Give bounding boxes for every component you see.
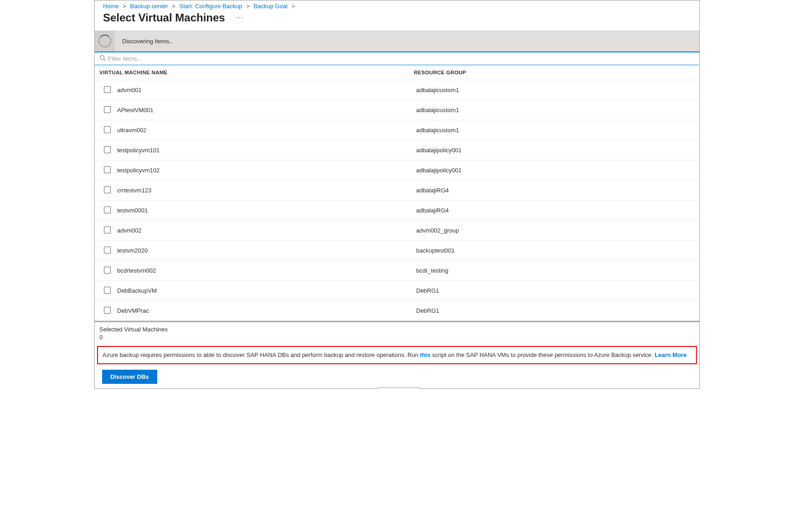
table-row[interactable]: advm001adbalajicustom1	[95, 80, 699, 100]
resource-group-cell: bcdr_testing	[416, 267, 699, 274]
notice-text-middle: script on the SAP HANA VMs to provide th…	[430, 351, 655, 358]
resource-group-cell: DebRG1	[416, 287, 699, 294]
row-checkbox[interactable]	[104, 106, 111, 114]
chevron-right-icon: >	[172, 3, 175, 10]
vm-name-cell: ultravm002	[117, 127, 416, 134]
filter-row	[95, 52, 699, 65]
breadcrumb-backup-goal[interactable]: Backup Goal	[253, 3, 287, 10]
more-icon[interactable]: ···	[236, 14, 243, 22]
row-checkbox[interactable]	[104, 146, 111, 155]
breadcrumb-home[interactable]: Home	[103, 3, 119, 10]
table-row[interactable]: testpolicyvm101adbalajipolicy001	[95, 140, 699, 160]
table-row[interactable]: testvm0001adbalajiRG4	[95, 201, 699, 221]
table-row[interactable]: testvm2020backuptest001	[95, 241, 699, 261]
resource-group-cell: backuptest001	[416, 247, 699, 254]
svg-point-0	[100, 56, 104, 60]
resource-group-cell: adbalajipolicy001	[416, 167, 699, 174]
resource-group-cell: adbalajicustom1	[416, 107, 699, 114]
resource-group-cell: adbalajiRG4	[416, 207, 699, 214]
vm-name-cell: testvm2020	[117, 247, 416, 254]
row-checkbox[interactable]	[104, 126, 111, 134]
table-row[interactable]: bcdrtestvm002bcdr_testing	[95, 261, 699, 281]
vm-name-cell: DebVMPrac	[117, 307, 416, 314]
status-text: Discovering Items..	[122, 38, 173, 45]
table-row[interactable]: DebBackupVMDebRG1	[95, 281, 699, 301]
vm-name-cell: DebBackupVM	[117, 287, 416, 294]
status-bar: Discovering Items..	[95, 31, 699, 52]
breadcrumb-configure-backup[interactable]: Start: Configure Backup	[179, 3, 242, 10]
chevron-right-icon: >	[246, 3, 250, 10]
resource-group-cell: adbalajiRG4	[416, 187, 699, 194]
breadcrumb-backup-center[interactable]: Backup center	[130, 3, 168, 10]
table-row[interactable]: ultravm002adbalajicustom1	[95, 120, 699, 140]
search-icon	[99, 55, 106, 62]
row-checkbox[interactable]	[104, 267, 111, 275]
table-row[interactable]: APtestVM001adbalajicustom1	[95, 100, 699, 120]
column-header-resource-group[interactable]: RESOURCE GROUP	[414, 70, 695, 75]
learn-more-link[interactable]: Learn More	[655, 351, 686, 358]
vm-name-cell: advm002	[117, 227, 416, 234]
permissions-notice: Azure backup requires permissions to abl…	[97, 346, 697, 364]
row-checkbox[interactable]	[104, 307, 111, 315]
filter-items-input[interactable]	[108, 55, 695, 62]
page-title: Select Virtual Machines	[103, 11, 225, 24]
vm-name-cell: testpolicyvm102	[117, 167, 416, 174]
vm-name-cell: testpolicyvm101	[117, 147, 416, 154]
chevron-right-icon: >	[291, 3, 295, 10]
resource-group-cell: adbalajicustom1	[416, 127, 699, 134]
script-link[interactable]: this	[420, 351, 430, 358]
row-checkbox[interactable]	[104, 247, 111, 255]
vm-name-cell: APtestVM001	[117, 107, 416, 114]
table-row[interactable]: advm002advm002_group	[95, 221, 699, 241]
resource-group-cell: adbalajipolicy001	[416, 147, 699, 154]
resource-group-cell: advm002_group	[416, 227, 699, 234]
vm-name-cell: crrtestvm123	[117, 187, 416, 194]
taskbar-hint: Microsoft Store	[377, 387, 419, 389]
table-row[interactable]: testpolicyvm102adbalajipolicy001	[95, 160, 699, 181]
row-checkbox[interactable]	[104, 207, 111, 215]
resource-group-cell: DebRG1	[416, 307, 699, 314]
resource-group-cell: adbalajicustom1	[416, 87, 699, 93]
row-checkbox[interactable]	[104, 186, 111, 195]
row-checkbox[interactable]	[104, 227, 111, 235]
selected-vms-label: Selected Virtual Machines	[99, 326, 695, 333]
vm-name-cell: testvm0001	[117, 207, 416, 214]
discover-dbs-button[interactable]: Discover DBs	[102, 370, 157, 384]
row-checkbox[interactable]	[104, 166, 111, 175]
vm-name-cell: advm001	[117, 87, 416, 93]
column-header-vm-name[interactable]: VIRTUAL MACHINE NAME	[99, 70, 414, 75]
row-checkbox[interactable]	[104, 86, 111, 94]
selected-vms-count: 0	[99, 334, 695, 341]
breadcrumb: Home > Backup center > Start: Configure …	[95, 0, 699, 10]
vm-name-cell: bcdrtestvm002	[117, 267, 416, 274]
table-header-row: VIRTUAL MACHINE NAME RESOURCE GROUP	[95, 65, 699, 80]
chevron-right-icon: >	[123, 3, 126, 10]
table-row[interactable]: crrtestvm123adbalajiRG4	[95, 181, 699, 201]
loading-spinner-icon	[98, 35, 111, 47]
svg-line-1	[104, 59, 106, 61]
table-row[interactable]: DebVMPracDebRG1	[95, 301, 699, 321]
row-checkbox[interactable]	[104, 287, 111, 295]
notice-text-prefix: Azure backup requires permissions to abl…	[103, 351, 420, 358]
spinner-container	[95, 31, 115, 52]
